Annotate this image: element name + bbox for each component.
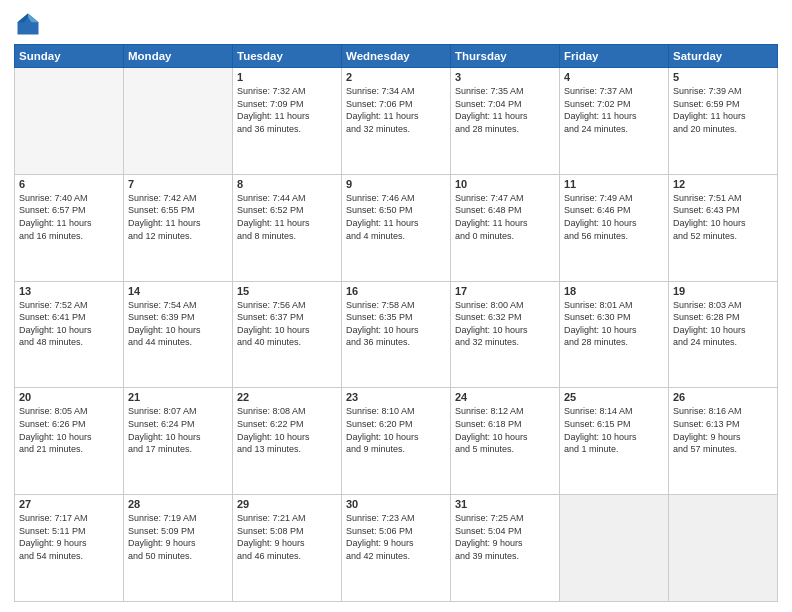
calendar-cell: 4Sunrise: 7:37 AM Sunset: 7:02 PM Daylig… xyxy=(560,68,669,175)
calendar-cell: 12Sunrise: 7:51 AM Sunset: 6:43 PM Dayli… xyxy=(669,174,778,281)
day-number: 2 xyxy=(346,71,446,83)
cell-details: Sunrise: 7:49 AM Sunset: 6:46 PM Dayligh… xyxy=(564,192,664,242)
calendar-header-thursday: Thursday xyxy=(451,45,560,68)
cell-details: Sunrise: 8:00 AM Sunset: 6:32 PM Dayligh… xyxy=(455,299,555,349)
calendar-cell: 13Sunrise: 7:52 AM Sunset: 6:41 PM Dayli… xyxy=(15,281,124,388)
day-number: 13 xyxy=(19,285,119,297)
day-number: 14 xyxy=(128,285,228,297)
calendar-cell: 30Sunrise: 7:23 AM Sunset: 5:06 PM Dayli… xyxy=(342,495,451,602)
calendar-cell: 1Sunrise: 7:32 AM Sunset: 7:09 PM Daylig… xyxy=(233,68,342,175)
calendar-header-monday: Monday xyxy=(124,45,233,68)
calendar-cell: 6Sunrise: 7:40 AM Sunset: 6:57 PM Daylig… xyxy=(15,174,124,281)
day-number: 11 xyxy=(564,178,664,190)
calendar-cell: 18Sunrise: 8:01 AM Sunset: 6:30 PM Dayli… xyxy=(560,281,669,388)
calendar-week-row: 20Sunrise: 8:05 AM Sunset: 6:26 PM Dayli… xyxy=(15,388,778,495)
calendar-week-row: 13Sunrise: 7:52 AM Sunset: 6:41 PM Dayli… xyxy=(15,281,778,388)
calendar-week-row: 6Sunrise: 7:40 AM Sunset: 6:57 PM Daylig… xyxy=(15,174,778,281)
calendar-header-friday: Friday xyxy=(560,45,669,68)
calendar-cell: 11Sunrise: 7:49 AM Sunset: 6:46 PM Dayli… xyxy=(560,174,669,281)
cell-details: Sunrise: 7:25 AM Sunset: 5:04 PM Dayligh… xyxy=(455,512,555,562)
calendar-header-wednesday: Wednesday xyxy=(342,45,451,68)
calendar-week-row: 1Sunrise: 7:32 AM Sunset: 7:09 PM Daylig… xyxy=(15,68,778,175)
day-number: 25 xyxy=(564,391,664,403)
day-number: 24 xyxy=(455,391,555,403)
calendar-cell xyxy=(669,495,778,602)
cell-details: Sunrise: 7:17 AM Sunset: 5:11 PM Dayligh… xyxy=(19,512,119,562)
day-number: 1 xyxy=(237,71,337,83)
day-number: 8 xyxy=(237,178,337,190)
cell-details: Sunrise: 8:16 AM Sunset: 6:13 PM Dayligh… xyxy=(673,405,773,455)
day-number: 12 xyxy=(673,178,773,190)
cell-details: Sunrise: 8:05 AM Sunset: 6:26 PM Dayligh… xyxy=(19,405,119,455)
calendar-cell: 16Sunrise: 7:58 AM Sunset: 6:35 PM Dayli… xyxy=(342,281,451,388)
day-number: 5 xyxy=(673,71,773,83)
cell-details: Sunrise: 7:58 AM Sunset: 6:35 PM Dayligh… xyxy=(346,299,446,349)
cell-details: Sunrise: 7:40 AM Sunset: 6:57 PM Dayligh… xyxy=(19,192,119,242)
calendar-cell: 21Sunrise: 8:07 AM Sunset: 6:24 PM Dayli… xyxy=(124,388,233,495)
cell-details: Sunrise: 7:51 AM Sunset: 6:43 PM Dayligh… xyxy=(673,192,773,242)
day-number: 26 xyxy=(673,391,773,403)
calendar-cell: 14Sunrise: 7:54 AM Sunset: 6:39 PM Dayli… xyxy=(124,281,233,388)
calendar-cell: 25Sunrise: 8:14 AM Sunset: 6:15 PM Dayli… xyxy=(560,388,669,495)
cell-details: Sunrise: 7:35 AM Sunset: 7:04 PM Dayligh… xyxy=(455,85,555,135)
cell-details: Sunrise: 7:34 AM Sunset: 7:06 PM Dayligh… xyxy=(346,85,446,135)
calendar-cell: 23Sunrise: 8:10 AM Sunset: 6:20 PM Dayli… xyxy=(342,388,451,495)
day-number: 16 xyxy=(346,285,446,297)
logo-icon xyxy=(14,10,42,38)
cell-details: Sunrise: 7:37 AM Sunset: 7:02 PM Dayligh… xyxy=(564,85,664,135)
logo xyxy=(14,10,46,38)
calendar-cell: 22Sunrise: 8:08 AM Sunset: 6:22 PM Dayli… xyxy=(233,388,342,495)
cell-details: Sunrise: 8:07 AM Sunset: 6:24 PM Dayligh… xyxy=(128,405,228,455)
cell-details: Sunrise: 7:52 AM Sunset: 6:41 PM Dayligh… xyxy=(19,299,119,349)
calendar-cell: 2Sunrise: 7:34 AM Sunset: 7:06 PM Daylig… xyxy=(342,68,451,175)
calendar-header-sunday: Sunday xyxy=(15,45,124,68)
header xyxy=(14,10,778,38)
calendar-header-saturday: Saturday xyxy=(669,45,778,68)
day-number: 18 xyxy=(564,285,664,297)
day-number: 30 xyxy=(346,498,446,510)
calendar-cell xyxy=(15,68,124,175)
cell-details: Sunrise: 8:01 AM Sunset: 6:30 PM Dayligh… xyxy=(564,299,664,349)
day-number: 23 xyxy=(346,391,446,403)
cell-details: Sunrise: 7:21 AM Sunset: 5:08 PM Dayligh… xyxy=(237,512,337,562)
calendar-cell: 5Sunrise: 7:39 AM Sunset: 6:59 PM Daylig… xyxy=(669,68,778,175)
cell-details: Sunrise: 7:39 AM Sunset: 6:59 PM Dayligh… xyxy=(673,85,773,135)
calendar-cell: 19Sunrise: 8:03 AM Sunset: 6:28 PM Dayli… xyxy=(669,281,778,388)
day-number: 22 xyxy=(237,391,337,403)
calendar-cell: 3Sunrise: 7:35 AM Sunset: 7:04 PM Daylig… xyxy=(451,68,560,175)
calendar-cell: 9Sunrise: 7:46 AM Sunset: 6:50 PM Daylig… xyxy=(342,174,451,281)
calendar-cell xyxy=(560,495,669,602)
calendar-cell: 17Sunrise: 8:00 AM Sunset: 6:32 PM Dayli… xyxy=(451,281,560,388)
calendar-table: SundayMondayTuesdayWednesdayThursdayFrid… xyxy=(14,44,778,602)
cell-details: Sunrise: 7:56 AM Sunset: 6:37 PM Dayligh… xyxy=(237,299,337,349)
cell-details: Sunrise: 7:54 AM Sunset: 6:39 PM Dayligh… xyxy=(128,299,228,349)
day-number: 19 xyxy=(673,285,773,297)
calendar-header-tuesday: Tuesday xyxy=(233,45,342,68)
day-number: 20 xyxy=(19,391,119,403)
cell-details: Sunrise: 8:14 AM Sunset: 6:15 PM Dayligh… xyxy=(564,405,664,455)
day-number: 21 xyxy=(128,391,228,403)
calendar-week-row: 27Sunrise: 7:17 AM Sunset: 5:11 PM Dayli… xyxy=(15,495,778,602)
day-number: 9 xyxy=(346,178,446,190)
day-number: 27 xyxy=(19,498,119,510)
calendar-cell: 15Sunrise: 7:56 AM Sunset: 6:37 PM Dayli… xyxy=(233,281,342,388)
day-number: 28 xyxy=(128,498,228,510)
cell-details: Sunrise: 8:10 AM Sunset: 6:20 PM Dayligh… xyxy=(346,405,446,455)
cell-details: Sunrise: 7:46 AM Sunset: 6:50 PM Dayligh… xyxy=(346,192,446,242)
calendar-header-row: SundayMondayTuesdayWednesdayThursdayFrid… xyxy=(15,45,778,68)
cell-details: Sunrise: 7:32 AM Sunset: 7:09 PM Dayligh… xyxy=(237,85,337,135)
calendar-cell: 26Sunrise: 8:16 AM Sunset: 6:13 PM Dayli… xyxy=(669,388,778,495)
calendar-cell: 8Sunrise: 7:44 AM Sunset: 6:52 PM Daylig… xyxy=(233,174,342,281)
calendar-cell: 31Sunrise: 7:25 AM Sunset: 5:04 PM Dayli… xyxy=(451,495,560,602)
calendar-cell: 10Sunrise: 7:47 AM Sunset: 6:48 PM Dayli… xyxy=(451,174,560,281)
cell-details: Sunrise: 7:42 AM Sunset: 6:55 PM Dayligh… xyxy=(128,192,228,242)
calendar-cell xyxy=(124,68,233,175)
cell-details: Sunrise: 7:44 AM Sunset: 6:52 PM Dayligh… xyxy=(237,192,337,242)
cell-details: Sunrise: 7:47 AM Sunset: 6:48 PM Dayligh… xyxy=(455,192,555,242)
day-number: 29 xyxy=(237,498,337,510)
cell-details: Sunrise: 7:23 AM Sunset: 5:06 PM Dayligh… xyxy=(346,512,446,562)
calendar-cell: 24Sunrise: 8:12 AM Sunset: 6:18 PM Dayli… xyxy=(451,388,560,495)
day-number: 4 xyxy=(564,71,664,83)
cell-details: Sunrise: 8:03 AM Sunset: 6:28 PM Dayligh… xyxy=(673,299,773,349)
cell-details: Sunrise: 8:12 AM Sunset: 6:18 PM Dayligh… xyxy=(455,405,555,455)
